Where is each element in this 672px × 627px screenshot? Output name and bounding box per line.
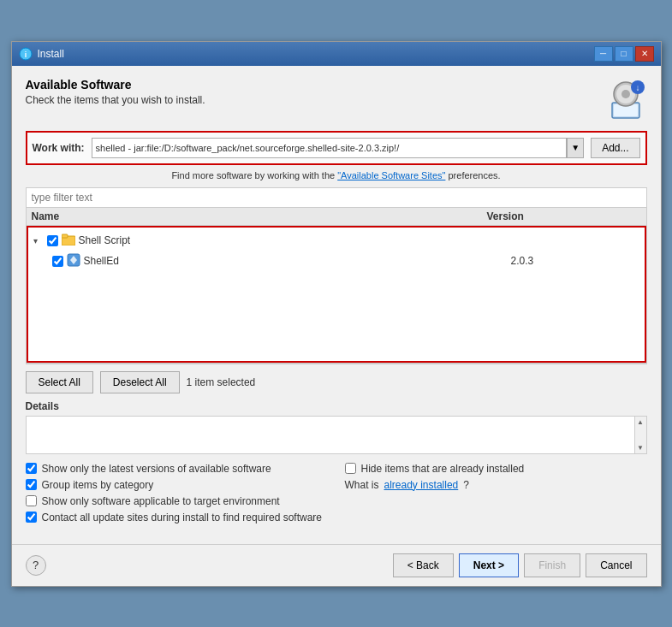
svg-rect-10 [62, 234, 68, 238]
option-item-4: What is already installed? [345, 479, 647, 491]
add-button[interactable]: Add... [591, 138, 639, 158]
header-icon: ↓ [604, 78, 647, 121]
svg-text:↓: ↓ [635, 83, 639, 92]
shell-script-checkbox[interactable] [47, 235, 58, 246]
actions-row: Select All Deselect All 1 item selected [26, 364, 647, 400]
tree-item-shelled: ShellEd 2.0.3 [28, 251, 645, 272]
next-button[interactable]: Next > [459, 553, 519, 577]
install-window: i Install ─ □ ✕ Available Software Check… [11, 41, 662, 587]
work-with-label: Work with: [33, 142, 85, 154]
scroll-down-arrow[interactable]: ▼ [637, 444, 644, 452]
window-icon: i [19, 47, 33, 61]
minimize-button[interactable]: ─ [594, 46, 613, 62]
table-header: Name Version [27, 208, 646, 226]
filter-input[interactable] [26, 187, 647, 208]
option-item-2[interactable]: Hide items that are already installed [345, 463, 647, 475]
header-text: Available Software Check the items that … [26, 78, 205, 106]
option-label-1: Show only the latest versions of availab… [42, 463, 271, 475]
svg-point-6 [621, 90, 630, 98]
deselect-all-button[interactable]: Deselect All [100, 371, 180, 393]
option-checkbox-6[interactable] [26, 512, 37, 523]
option-checkbox-5[interactable] [26, 495, 37, 506]
option-item-3[interactable]: Group items by category [26, 479, 328, 491]
folder-icon [62, 234, 75, 248]
option-item-spacer [345, 495, 647, 507]
plugin-svg [67, 253, 80, 267]
option-item-1[interactable]: Show only the latest versions of availab… [26, 463, 328, 475]
tree-toggle-icon[interactable]: ▾ [33, 236, 44, 245]
available-software-subtitle: Check the items that you wish to install… [26, 94, 205, 106]
footer-buttons: < Back Next > Finish Cancel [393, 553, 647, 577]
option-label-2: Hide items that are already installed [361, 463, 525, 475]
install-icon: ↓ [605, 79, 646, 120]
close-button[interactable]: ✕ [635, 46, 654, 62]
shell-script-label: Shell Script [79, 234, 508, 246]
shelled-version: 2.0.3 [511, 255, 639, 267]
option-label-6: Contact all update sites during install … [42, 512, 323, 523]
option-checkbox-1[interactable] [26, 463, 37, 474]
more-software-suffix: preferences. [445, 170, 500, 180]
back-button[interactable]: < Back [393, 553, 454, 577]
work-with-row: Work with: ▼ Add... [26, 131, 647, 165]
available-software-title: Available Software [26, 78, 205, 92]
content-area: Available Software Check the items that … [12, 66, 661, 535]
shelled-checkbox[interactable] [52, 256, 63, 267]
details-label: Details [26, 400, 647, 412]
already-installed-prefix: What is [345, 479, 379, 491]
title-bar: i Install ─ □ ✕ [12, 42, 661, 66]
work-with-dropdown-wrapper: ▼ [92, 138, 585, 158]
header-section: Available Software Check the items that … [26, 78, 647, 121]
already-installed-link[interactable]: already installed [384, 479, 459, 491]
software-table: Name Version ▾ Shell Script [26, 208, 647, 364]
more-software-prefix: Find more software by working with the [171, 170, 337, 180]
more-software-text: Find more software by working with the "… [26, 170, 647, 180]
details-section: Details ▲ ▼ [26, 400, 647, 454]
option-checkbox-3[interactable] [26, 479, 37, 490]
details-scrollbar: ▲ ▼ [634, 417, 646, 453]
tree-item-shell-script: ▾ Shell Script [28, 231, 645, 251]
col-extra-header [616, 210, 641, 222]
finish-button[interactable]: Finish [524, 553, 580, 577]
col-version-header: Version [487, 210, 616, 222]
work-with-dropdown-arrow[interactable]: ▼ [567, 138, 584, 158]
footer: ? < Back Next > Finish Cancel [12, 544, 661, 586]
select-all-button[interactable]: Select All [26, 371, 93, 393]
cancel-button[interactable]: Cancel [586, 553, 646, 577]
maximize-button[interactable]: □ [615, 46, 633, 62]
option-checkbox-2[interactable] [345, 463, 356, 474]
tree-area: ▾ Shell Script [27, 226, 646, 363]
plugin-icon [67, 253, 80, 269]
work-with-input[interactable] [92, 138, 568, 158]
title-bar-left: i Install [19, 47, 64, 61]
svg-text:i: i [24, 50, 27, 59]
already-installed-suffix: ? [463, 479, 469, 491]
options-section: Show only the latest versions of availab… [26, 463, 647, 523]
folder-svg [62, 234, 75, 245]
title-bar-controls: ─ □ ✕ [594, 46, 654, 62]
selected-count: 1 item selected [187, 376, 256, 388]
col-name-header: Name [32, 210, 487, 222]
help-button[interactable]: ? [26, 555, 46, 576]
option-label-5: Show only software applicable to target … [42, 495, 280, 507]
option-label-3: Group items by category [42, 479, 154, 491]
option-item-6[interactable]: Contact all update sites during install … [26, 512, 647, 523]
shelled-label: ShellEd [84, 255, 508, 267]
available-software-sites-link[interactable]: "Available Software Sites" [337, 170, 445, 180]
details-box: ▲ ▼ [26, 416, 647, 454]
option-item-5[interactable]: Show only software applicable to target … [26, 495, 328, 507]
window-title: Install [38, 48, 64, 60]
scroll-up-arrow[interactable]: ▲ [637, 418, 644, 426]
